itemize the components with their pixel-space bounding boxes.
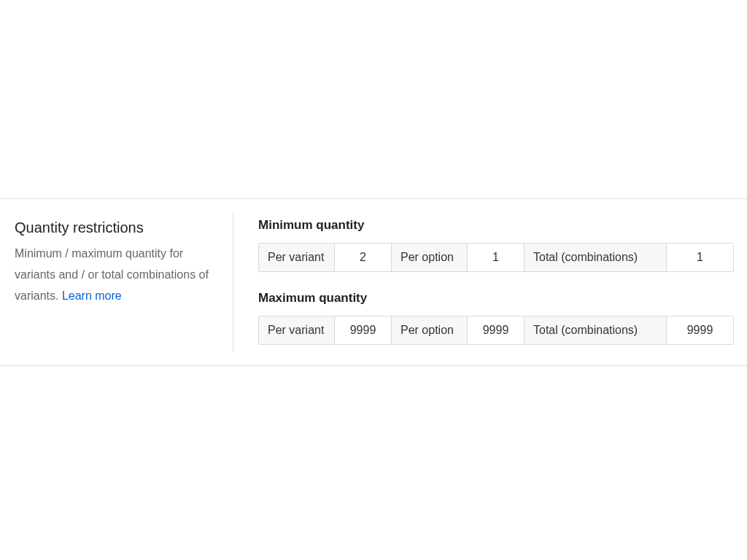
min-total-input[interactable] (676, 251, 724, 264)
max-total-input[interactable] (676, 324, 724, 337)
min-per-variant-input[interactable] (344, 251, 382, 264)
min-per-option-label: Per option (392, 244, 468, 271)
max-per-option-label: Per option (392, 316, 468, 344)
max-total-label: Total (combinations) (525, 316, 667, 344)
max-per-option-input[interactable] (476, 324, 515, 337)
min-per-variant-label: Per variant (259, 244, 335, 271)
min-total-label: Total (combinations) (525, 244, 667, 271)
max-per-variant-input[interactable] (344, 324, 382, 337)
max-per-variant-cell (335, 316, 392, 344)
section-description: Minimum / maximum quantity for variants … (15, 244, 219, 306)
max-per-variant-label: Per variant (259, 316, 335, 344)
max-per-option-cell (468, 316, 525, 344)
min-total-cell (667, 244, 733, 271)
section-content: Minimum quantity Per variant Per option … (233, 199, 747, 365)
min-per-option-cell (468, 244, 525, 271)
maximum-quantity-table: Per variant Per option Total (combinatio… (258, 316, 734, 345)
maximum-quantity-heading: Maximum quantity (258, 291, 734, 306)
minimum-quantity-group: Minimum quantity Per variant Per option … (258, 218, 734, 272)
min-per-option-input[interactable] (476, 251, 515, 264)
learn-more-link[interactable]: Learn more (62, 289, 122, 302)
section-title: Quantity restrictions (15, 219, 219, 236)
minimum-quantity-table: Per variant Per option Total (combinatio… (258, 243, 734, 272)
quantity-restrictions-panel: Quantity restrictions Minimum / maximum … (0, 198, 747, 366)
section-sidebar: Quantity restrictions Minimum / maximum … (0, 199, 233, 365)
maximum-quantity-group: Maximum quantity Per variant Per option … (258, 291, 734, 345)
max-total-cell (667, 316, 733, 344)
minimum-quantity-heading: Minimum quantity (258, 218, 734, 233)
min-per-variant-cell (335, 244, 392, 271)
